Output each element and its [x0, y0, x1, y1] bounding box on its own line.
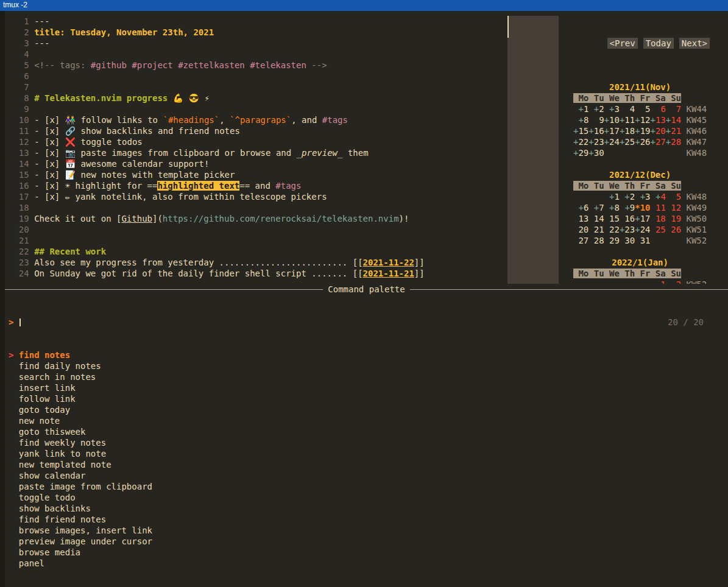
wikilink[interactable]: 2021-11-21 — [363, 269, 414, 278]
editor-line[interactable]: 22## Recent work — [9, 246, 507, 257]
window-separator[interactable] — [507, 16, 559, 284]
hashtag[interactable]: #github — [91, 60, 127, 70]
editor-line[interactable]: 4 — [9, 49, 507, 60]
palette-prompt[interactable]: > 20 / 20 — [5, 317, 728, 328]
calendar-day[interactable]: +21 — [666, 126, 681, 136]
calendar-day[interactable]: +9 — [620, 203, 635, 213]
calendar-day[interactable]: +8 — [604, 203, 620, 213]
calendar-day[interactable]: +12 — [635, 115, 650, 125]
palette-item[interactable]: insert link — [5, 382, 728, 393]
hashtag[interactable]: #tags — [322, 115, 348, 125]
palette-item[interactable]: browse media — [5, 547, 728, 558]
palette-item[interactable]: goto thisweek — [5, 426, 728, 437]
calendar-day[interactable]: +27 — [650, 137, 665, 147]
calendar-day[interactable]: +2 — [588, 104, 604, 114]
palette-item[interactable]: > find notes — [5, 350, 728, 360]
calendar-day[interactable]: +13 — [651, 115, 666, 125]
calendar-day[interactable]: +17 — [635, 214, 650, 223]
calendar-day[interactable]: 9 — [588, 115, 604, 125]
calendar-day[interactable]: 13 — [573, 214, 588, 223]
calendar-day[interactable]: +30 — [588, 148, 604, 158]
calendar-day[interactable]: 28 — [588, 236, 604, 245]
editor-line[interactable]: 7 — [9, 82, 507, 93]
editor-line[interactable]: 23Also see my progress from yesterday ..… — [9, 257, 507, 268]
editor-line[interactable]: 10- [x] 👫 follow links to `#headings`, `… — [9, 114, 507, 125]
palette-item[interactable]: find daily notes — [5, 360, 728, 371]
palette-item[interactable]: browse images, insert link — [5, 525, 728, 536]
editor-line[interactable]: 21 — [9, 235, 507, 246]
calendar-prev-button[interactable]: <Prev — [607, 38, 638, 49]
calendar-day[interactable]: 2 — [666, 279, 681, 284]
palette-item[interactable]: goto today — [5, 404, 728, 415]
calendar-day[interactable]: +3 — [604, 104, 620, 114]
palette-item[interactable]: find weekly notes — [5, 437, 728, 448]
calendar-day[interactable]: +1 — [573, 104, 588, 114]
editor-line[interactable]: 24On Sunday we got rid of the daily find… — [9, 268, 507, 279]
calendar-day[interactable]: 25 — [650, 225, 665, 234]
editor-line[interactable]: 18 — [9, 202, 507, 213]
hashtag[interactable]: #telekasten — [250, 60, 306, 70]
calendar-day[interactable]: 27 — [573, 236, 588, 245]
editor-pane[interactable]: 1---2title: Tuesday, November 23th, 2021… — [5, 16, 507, 284]
calendar-day[interactable]: +11 — [620, 115, 635, 125]
editor-line[interactable]: 3--- — [9, 38, 507, 49]
editor-line[interactable]: 20 — [9, 224, 507, 235]
palette-item[interactable]: show backlinks — [5, 503, 728, 514]
calendar-day[interactable]: 30 — [620, 236, 635, 245]
wikilink[interactable]: 2021-11-22 — [363, 258, 414, 267]
link-url[interactable]: https://github.com/renerocksai/telekaste… — [163, 214, 399, 223]
palette-item[interactable]: new templated note — [5, 459, 728, 470]
calendar-day[interactable]: *10 — [635, 203, 650, 213]
calendar-day[interactable]: 29 — [604, 236, 620, 245]
palette-item[interactable]: preview image under cursor — [5, 536, 728, 547]
calendar-day[interactable]: 5 — [635, 104, 650, 114]
calendar-day[interactable]: 7 — [666, 104, 681, 114]
palette-item[interactable]: new note — [5, 415, 728, 426]
calendar-day[interactable]: 1 — [650, 279, 665, 284]
calendar-day[interactable]: +24 — [635, 225, 650, 234]
calendar-day[interactable]: +20 — [650, 126, 665, 136]
editor-line[interactable]: 17- [x] ✏ yank notelink, also from withi… — [9, 191, 507, 202]
calendar-day[interactable]: +23 — [588, 137, 604, 147]
calendar-day[interactable]: 5 — [666, 192, 681, 202]
calendar-day[interactable]: 12 — [666, 203, 681, 213]
calendar-day[interactable]: +4 — [651, 192, 666, 202]
calendar-day[interactable]: 15 — [604, 214, 620, 223]
hashtag[interactable]: #zettelkasten — [178, 60, 245, 70]
calendar-day[interactable]: 19 — [666, 214, 681, 223]
editor-line[interactable]: 16- [x] ☀ highlight for ==highlighted te… — [9, 180, 507, 191]
editor-line[interactable]: 5<!-- tags: #github #project #zettelkast… — [9, 60, 507, 71]
calendar-day[interactable]: +29 — [573, 148, 588, 158]
calendar-day[interactable]: 6 — [651, 104, 666, 114]
calendar-day[interactable]: 11 — [651, 203, 666, 213]
editor-line[interactable]: 19Check it out on [Github](https://githu… — [9, 213, 507, 224]
palette-item[interactable]: paste image from clipboard — [5, 481, 728, 492]
calendar-day[interactable]: +16 — [588, 126, 604, 136]
calendar-day[interactable]: 4 — [620, 104, 635, 114]
editor-line[interactable]: 15- [x] 📝 new notes with template picker — [9, 169, 507, 180]
calendar-day[interactable]: 14 — [588, 214, 604, 223]
link-text[interactable]: Github — [121, 214, 152, 223]
palette-item[interactable]: find friend notes — [5, 514, 728, 525]
editor-line[interactable]: 13- [x] 📷 paste images from clipboard or… — [9, 147, 507, 158]
calendar-day[interactable]: +6 — [573, 203, 588, 213]
palette-item[interactable]: yank link to note — [5, 448, 728, 459]
editor-line[interactable]: 8# Telekasten.nvim progress 💪 😎 ⚡ — [9, 93, 507, 104]
calendar-day[interactable]: +2 — [620, 192, 635, 202]
hashtag[interactable]: #tags — [275, 181, 301, 191]
calendar-day[interactable]: 16 — [620, 214, 635, 223]
palette-item[interactable]: panel — [5, 558, 728, 569]
palette-item[interactable]: search in notes — [5, 371, 728, 382]
calendar-day[interactable]: +19 — [635, 126, 650, 136]
calendar-day[interactable]: +15 — [573, 126, 588, 136]
calendar-next-button[interactable]: Next> — [679, 38, 710, 49]
calendar-day[interactable]: +22 — [573, 137, 588, 147]
palette-item[interactable]: follow link — [5, 393, 728, 404]
calendar-day[interactable]: +3 — [635, 192, 650, 202]
calendar-day[interactable]: +28 — [666, 137, 681, 147]
editor-line[interactable]: 6 — [9, 71, 507, 82]
calendar-day[interactable]: 18 — [650, 214, 665, 223]
calendar-day[interactable]: +14 — [666, 115, 681, 125]
editor-line[interactable]: 9 — [9, 104, 507, 114]
calendar-day[interactable]: +18 — [620, 126, 635, 136]
